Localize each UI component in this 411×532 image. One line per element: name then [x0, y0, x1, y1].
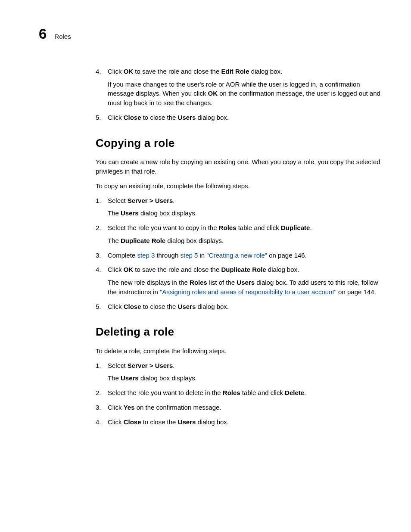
step-subtext: If you make changes to the user's role o…: [108, 80, 381, 108]
copying-steps: 1. Select Server > Users. The Users dial…: [96, 196, 381, 311]
step-text: Click Close to close the Users dialog bo…: [108, 417, 381, 427]
step-item: 4. Click OK to save the role and close t…: [96, 67, 381, 108]
xref-creating-new-role[interactable]: "Creating a new role": [206, 252, 267, 259]
step-number: 1.: [96, 196, 101, 205]
step-text: Select Server > Users.: [108, 361, 381, 370]
xref-step-5[interactable]: step 5: [180, 252, 198, 259]
running-header: 6 Roles: [39, 24, 381, 44]
xref-step-3[interactable]: step 3: [137, 252, 155, 259]
step-item: 3. Complete step 3 through step 5 in "Cr…: [96, 251, 381, 260]
step-item: 5. Click Close to close the Users dialog…: [96, 302, 381, 311]
step-number: 4.: [96, 67, 101, 76]
top-steps: 4. Click OK to save the role and close t…: [96, 67, 381, 122]
step-text: Select the role you want to copy in the …: [108, 223, 381, 233]
step-subtext: The Users dialog box displays.: [108, 373, 381, 383]
paragraph: To copy an existing role, complete the f…: [96, 181, 381, 191]
paragraph: To delete a role, complete the following…: [96, 346, 381, 356]
step-subtext: The Users dialog box displays.: [108, 208, 381, 218]
step-number: 3.: [96, 251, 101, 260]
paragraph: You can create a new role by copying an …: [96, 157, 381, 176]
step-text: Click Yes on the confirmation message.: [108, 403, 381, 412]
step-item: 2. Select the role you want to delete in…: [96, 388, 381, 398]
step-text: Select Server > Users.: [108, 196, 381, 205]
step-text: Click Close to close the Users dialog bo…: [108, 113, 381, 122]
step-number: 5.: [96, 113, 101, 122]
step-number: 4.: [96, 265, 101, 274]
deleting-steps: 1. Select Server > Users. The Users dial…: [96, 361, 381, 427]
step-item: 1. Select Server > Users. The Users dial…: [96, 361, 381, 383]
page: 6 Roles 4. Click OK to save the role and…: [0, 0, 411, 457]
step-number: 4.: [96, 417, 101, 427]
heading-copying-a-role: Copying a role: [96, 135, 381, 152]
step-item: 3. Click Yes on the confirmation message…: [96, 403, 381, 412]
chapter-title: Roles: [54, 32, 71, 41]
step-item: 4. Click OK to save the role and close t…: [96, 265, 381, 296]
chapter-number: 6: [39, 24, 47, 44]
step-item: 5. Click Close to close the Users dialog…: [96, 113, 381, 122]
step-number: 3.: [96, 403, 101, 412]
step-text: Complete step 3 through step 5 in "Creat…: [108, 251, 381, 260]
page-content: 4. Click OK to save the role and close t…: [96, 67, 381, 427]
heading-deleting-a-role: Deleting a role: [96, 324, 381, 340]
step-text: Click OK to save the role and close the …: [108, 265, 381, 274]
step-text: Click OK to save the role and close the …: [108, 67, 381, 76]
step-text: Select the role you want to delete in th…: [108, 388, 381, 398]
step-number: 2.: [96, 223, 101, 233]
step-number: 1.: [96, 361, 101, 370]
step-subtext: The Duplicate Role dialog box displays.: [108, 236, 381, 246]
step-item: 4. Click Close to close the Users dialog…: [96, 417, 381, 427]
step-number: 5.: [96, 302, 101, 311]
xref-assigning-roles[interactable]: "Assigning roles and areas of responsibi…: [160, 288, 336, 296]
step-number: 2.: [96, 388, 101, 398]
step-item: 1. Select Server > Users. The Users dial…: [96, 196, 381, 218]
step-text: Click Close to close the Users dialog bo…: [108, 302, 381, 311]
step-item: 2. Select the role you want to copy in t…: [96, 223, 381, 246]
step-subtext: The new role displays in the Roles list …: [108, 278, 381, 297]
